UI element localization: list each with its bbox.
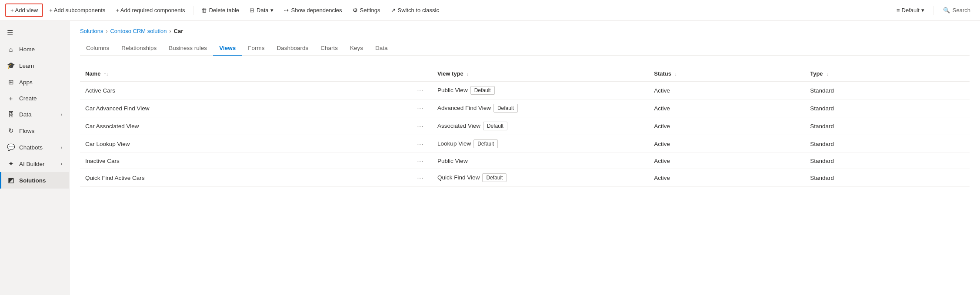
row-menu-dots-3[interactable]: ··· [413,139,427,149]
default-badge: Default [483,122,507,130]
cell-menu-1[interactable]: ··· [408,99,432,117]
create-icon: + [7,95,15,102]
sidebar-item-label: Create [19,95,37,102]
table-header-row: Name ↑↓ View type ↓ Status ↓ Type ↓ [80,66,970,82]
main-layout: ☰ ⌂ Home 🎓 Learn ⊞ Apps + Create 🗄 Data … [0,21,980,295]
row-menu-dots-0[interactable]: ··· [413,85,427,96]
switch-classic-button[interactable]: ↗ Switch to classic [387,4,443,16]
table-row: Inactive Cars ··· Public View Active Sta… [80,153,970,169]
hamburger-menu[interactable]: ☰ [0,24,69,41]
chevron-icon: › [61,112,62,117]
tab-views[interactable]: Views [213,41,242,56]
cell-status-4: Active [649,153,805,169]
tab-data[interactable]: Data [369,41,394,56]
sidebar-item-apps[interactable]: ⊞ Apps [0,74,69,90]
chevron-icon: › [61,145,62,150]
tab-charts[interactable]: Charts [314,41,344,56]
sidebar-item-label: Apps [19,79,33,86]
cell-status-0: Active [649,82,805,99]
breadcrumb-sep-2: › [170,28,171,34]
tab-relationships[interactable]: Relationships [115,41,163,56]
tab-forms[interactable]: Forms [242,41,270,56]
add-view-button[interactable]: + Add view [5,3,43,17]
chevron-icon: › [61,162,62,166]
sidebar-item-create[interactable]: + Create [0,90,69,106]
cell-name-2[interactable]: Car Associated View [80,117,408,135]
sidebar-item-label: Learn [19,63,34,69]
col-header-status[interactable]: Status ↓ [649,66,805,82]
name-sort-icon: ↑↓ [104,72,108,76]
row-menu-dots-4[interactable]: ··· [413,156,427,166]
tab-dashboards[interactable]: Dashboards [270,41,314,56]
type-sort-icon: ↓ [826,72,828,76]
tab-columns[interactable]: Columns [80,41,115,56]
chevron-down-icon: ▾ [270,7,273,13]
cell-type-1: Standard [805,99,970,117]
divider-2 [933,6,933,15]
row-menu-dots-2[interactable]: ··· [413,121,427,131]
apps-icon: ⊞ [7,78,15,86]
search-trigger[interactable]: 🔍 Search [939,4,975,16]
sidebar-item-chatbots[interactable]: 💬 Chatbots › [0,139,69,156]
table-row: Active Cars ··· Public ViewDefault Activ… [80,82,970,99]
home-icon: ⌂ [7,46,15,53]
tabs: ColumnsRelationshipsBusiness rulesViewsF… [80,41,970,56]
row-menu-dots-5[interactable]: ··· [413,172,427,183]
data-button[interactable]: ⊞ Data ▾ [245,4,278,16]
sidebar-item-label: Home [19,46,35,53]
cell-menu-3[interactable]: ··· [408,135,432,153]
tab-keys[interactable]: Keys [344,41,369,56]
default-badge: Default [473,139,498,148]
cell-menu-4[interactable]: ··· [408,153,432,169]
delete-table-button[interactable]: 🗑 Delete table [197,4,243,16]
cell-menu-0[interactable]: ··· [408,82,432,99]
default-badge: Default [482,173,507,182]
row-menu-dots-1[interactable]: ··· [413,103,427,113]
default-selector[interactable]: ≡ Default ▾ [893,4,928,16]
cell-type-0: Standard [805,82,970,99]
chatbots-icon: 💬 [7,143,15,151]
cell-type-2: Standard [805,117,970,135]
tab-business-rules[interactable]: Business rules [163,41,213,56]
table-row: Car Lookup View ··· Lookup ViewDefault A… [80,135,970,153]
cell-name-1[interactable]: Car Advanced Find View [80,99,408,117]
table-row: Car Associated View ··· Associated ViewD… [80,117,970,135]
breadcrumb-solutions[interactable]: Solutions [80,28,103,34]
col-header-viewtype[interactable]: View type ↓ [432,66,649,82]
breadcrumb-current: Car [174,28,183,34]
sidebar-item-learn[interactable]: 🎓 Learn [0,57,69,74]
cell-viewtype-3: Lookup ViewDefault [432,135,649,153]
search-icon: 🔍 [943,7,950,13]
sidebar-item-solutions[interactable]: ◩ Solutions [0,172,69,189]
solutions-icon: ◩ [7,176,15,184]
table-row: Car Advanced Find View ··· Advanced Find… [80,99,970,117]
add-subcomponents-button[interactable]: + Add subcomponents [45,4,110,16]
show-dependencies-button[interactable]: ⇢ Show dependencies [280,4,346,16]
cell-viewtype-5: Quick Find ViewDefault [432,169,649,187]
sidebar-item-data[interactable]: 🗄 Data › [0,106,69,123]
sidebar-item-label: Flows [19,128,34,134]
cell-name-4[interactable]: Inactive Cars [80,153,408,169]
cell-menu-2[interactable]: ··· [408,117,432,135]
gear-icon: ⚙ [353,7,358,13]
dependencies-icon: ⇢ [284,7,289,13]
sidebar-item-label: AI Builder [19,161,45,167]
flows-icon: ↻ [7,127,15,135]
settings-button[interactable]: ⚙ Settings [348,4,385,16]
col-header-name[interactable]: Name ↑↓ [80,66,408,82]
sidebar-item-home[interactable]: ⌂ Home [0,41,69,57]
col-header-type[interactable]: Type ↓ [805,66,970,82]
cell-status-3: Active [649,135,805,153]
sidebar-item-ai-builder[interactable]: ✦ AI Builder › [0,156,69,172]
breadcrumb-crm-solution[interactable]: Contoso CRM solution [110,28,167,34]
cell-name-0[interactable]: Active Cars [80,82,408,99]
add-required-button[interactable]: + Add required components [111,4,189,16]
content-area: Solutions › Contoso CRM solution › Car C… [70,21,980,295]
cell-menu-5[interactable]: ··· [408,169,432,187]
cell-name-5[interactable]: Quick Find Active Cars [80,169,408,187]
sidebar-item-flows[interactable]: ↻ Flows [0,123,69,139]
cell-status-1: Active [649,99,805,117]
cell-name-3[interactable]: Car Lookup View [80,135,408,153]
cell-type-5: Standard [805,169,970,187]
col-header-menu [408,66,432,82]
